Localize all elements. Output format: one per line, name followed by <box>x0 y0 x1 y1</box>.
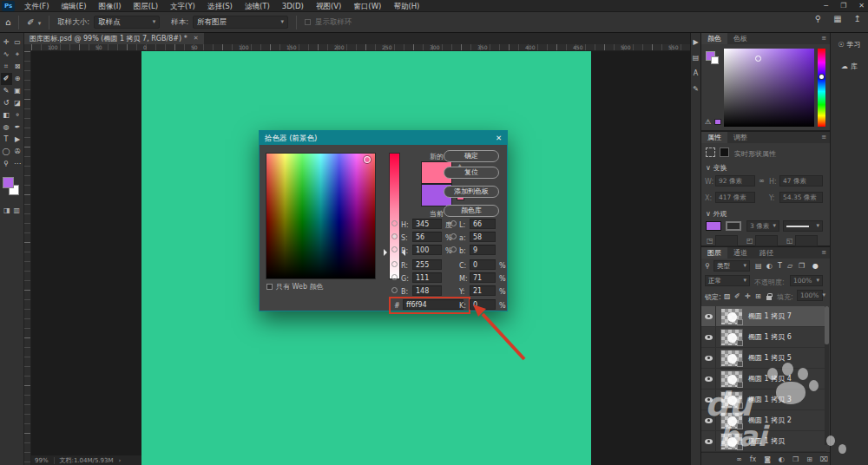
add-to-swatches-button[interactable]: 添加到色板 <box>444 186 499 198</box>
layer-name[interactable]: 椭圆 1 拷贝 5 <box>748 353 792 363</box>
eyedropper-preset-icon[interactable]: ✐ <box>27 17 41 27</box>
g-radio[interactable] <box>391 274 398 280</box>
layer-mask-icon[interactable]: ◙ <box>764 455 771 463</box>
visibility-eye-icon[interactable] <box>705 377 713 382</box>
healing-brush-tool[interactable]: ⊕ <box>12 73 23 85</box>
corner-field-1[interactable] <box>715 235 738 246</box>
clone-stamp-tool[interactable]: ▣ <box>12 85 23 97</box>
g-field[interactable]: 111 <box>412 272 442 283</box>
transform-section-header[interactable]: ∨ 变换 <box>706 163 727 173</box>
stroke-width-field[interactable]: 3 像素 <box>746 220 779 232</box>
eye-cell[interactable] <box>701 369 716 389</box>
layer-thumbnail[interactable] <box>720 308 743 325</box>
opacity-field[interactable]: 100% <box>790 275 823 286</box>
layer-thumbnail[interactable] <box>720 350 743 367</box>
path-select-tool[interactable]: ▶ <box>12 134 23 146</box>
menu-select[interactable]: 选择(S) <box>201 0 239 12</box>
workspace-icon[interactable]: ▦ <box>833 14 841 23</box>
history-panel-icon[interactable]: ▶ <box>693 38 698 46</box>
c-field[interactable]: 0 <box>470 259 496 270</box>
b-lab-radio[interactable] <box>450 246 457 252</box>
r-radio[interactable] <box>391 261 398 267</box>
menu-type[interactable]: 文字(Y) <box>164 0 201 12</box>
eye-cell[interactable] <box>701 348 716 368</box>
b2-radio[interactable] <box>391 287 398 293</box>
ok-button[interactable]: 确定 <box>444 150 499 162</box>
brush-panel-icon[interactable]: ✎ <box>693 85 699 93</box>
layer-name[interactable]: 椭圆 1 拷贝 6 <box>748 332 792 342</box>
lock-transparency-icon[interactable]: ▨ <box>724 292 731 300</box>
link-dimensions-icon[interactable]: ∞ <box>759 177 765 185</box>
layer-thumbnail[interactable] <box>720 412 743 429</box>
visibility-eye-icon[interactable] <box>705 314 713 319</box>
quick-mask-button[interactable]: ◨ <box>3 206 10 214</box>
character-panel-icon[interactable]: A <box>694 69 698 77</box>
visibility-eye-icon[interactable] <box>705 335 713 340</box>
s-field[interactable]: 56 <box>412 232 442 242</box>
link-layers-icon[interactable]: ∞ <box>736 455 742 463</box>
layer-filter-dropdown[interactable]: 类型 <box>713 260 750 272</box>
s-radio[interactable] <box>391 233 398 239</box>
l-radio[interactable] <box>450 220 457 226</box>
delete-layer-icon[interactable]: ⌧ <box>820 455 828 463</box>
tab-close-icon[interactable]: ✕ <box>194 33 199 44</box>
lock-artboard-icon[interactable]: ⊞ <box>755 292 761 300</box>
document-tab[interactable]: 图库图标.psd @ 99% (椭圆 1 拷贝 7, RGB/8#) * ✕ <box>24 33 204 44</box>
dialog-close-icon[interactable]: ✕ <box>496 131 502 145</box>
menu-help[interactable]: 帮助(H) <box>387 0 425 12</box>
lock-pixels-icon[interactable]: ✐ <box>734 292 740 300</box>
menu-view[interactable]: 视图(V) <box>310 0 347 12</box>
foreground-color-swatch[interactable] <box>3 177 14 188</box>
learn-panel-button[interactable]: ☉ 学习 <box>838 40 860 49</box>
eraser-tool[interactable]: ◪ <box>12 97 23 109</box>
crop-tool[interactable]: ⌗ <box>1 61 12 73</box>
layer-group-icon[interactable]: ❒ <box>792 455 799 463</box>
sample-dropdown[interactable]: 所有图层 <box>193 16 288 29</box>
tab-swatches[interactable]: 色板 <box>727 33 753 44</box>
color-libraries-button[interactable]: 颜色库 <box>444 205 499 217</box>
y-field[interactable]: 54.35 像素 <box>779 192 823 203</box>
marquee-tool[interactable]: ▭ <box>12 36 23 49</box>
stroke-cap-icon[interactable]: ◰ <box>746 237 753 245</box>
hand-tool[interactable]: ✇ <box>12 146 23 158</box>
a-field[interactable]: 58 <box>470 232 496 242</box>
close-button[interactable]: ✕ <box>858 0 865 12</box>
filter-toggle-icon[interactable]: ● <box>812 262 819 270</box>
share-icon[interactable]: ↥ <box>854 14 861 23</box>
layer-row[interactable]: 椭圆 1 拷贝 6 <box>701 327 826 348</box>
info-panel-icon[interactable]: ▤ <box>693 54 700 62</box>
reset-button[interactable]: 复位 <box>444 167 499 179</box>
menu-window[interactable]: 窗口(W) <box>347 0 387 12</box>
l-field[interactable]: 66 <box>470 219 496 229</box>
filter-adjustment-layers-icon[interactable]: ◐ <box>766 262 773 270</box>
eyedropper-tool[interactable]: ✐ <box>1 73 12 85</box>
zoom-level[interactable]: 99% <box>35 457 49 464</box>
stroke-align-icon[interactable]: ◳ <box>707 237 713 245</box>
tab-adjustments[interactable]: 调整 <box>727 132 753 143</box>
layer-row[interactable]: 椭圆 1 拷贝 2 <box>701 410 826 431</box>
tab-properties[interactable]: 属性 <box>701 132 727 143</box>
blur-tool[interactable]: ⚬ <box>12 109 23 121</box>
h-field[interactable]: 345 <box>412 219 442 229</box>
zoom-tool[interactable]: ⚲ <box>1 158 12 170</box>
hue-slider[interactable] <box>818 49 825 127</box>
ruler-origin-box[interactable] <box>24 44 31 51</box>
eye-cell[interactable] <box>701 410 716 430</box>
layer-row[interactable]: 椭圆 1 拷贝 4 <box>701 369 826 390</box>
menu-edit[interactable]: 编辑(E) <box>56 0 93 12</box>
layer-name[interactable]: 椭圆 1 拷贝 3 <box>748 395 792 404</box>
stroke-corner-icon[interactable]: ◱ <box>786 237 793 245</box>
minimize-button[interactable]: ─ <box>824 0 828 12</box>
more-tools-button[interactable]: ⋯ <box>12 158 23 170</box>
menu-image[interactable]: 图像(I) <box>93 0 128 12</box>
visibility-eye-icon[interactable] <box>705 418 713 423</box>
scrollbar-thumb[interactable] <box>825 306 829 344</box>
color-field-marker[interactable] <box>755 56 761 62</box>
fill-field[interactable]: 100% <box>797 290 823 301</box>
restore-button[interactable]: ❐ <box>840 0 846 12</box>
tab-channels[interactable]: 通道 <box>727 247 753 259</box>
sample-size-dropdown[interactable]: 取样点 <box>94 16 160 29</box>
color-gradient-field[interactable] <box>724 49 814 127</box>
layer-row[interactable]: 椭圆 1 拷贝 <box>701 431 826 452</box>
pen-tool[interactable]: ✒ <box>12 121 23 134</box>
